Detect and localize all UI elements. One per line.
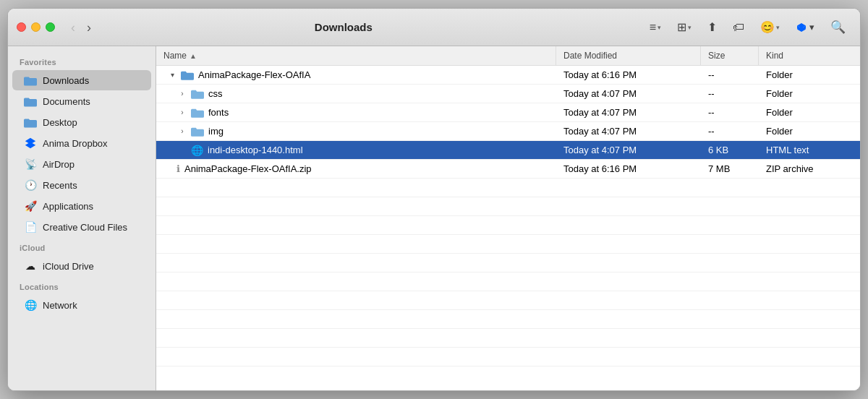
zip-file-icon: ℹ bbox=[176, 163, 180, 174]
folder-icon bbox=[24, 116, 37, 129]
sidebar-item-label: Applications bbox=[43, 201, 93, 212]
icloud-icon: ☁ bbox=[24, 259, 37, 273]
finder-window: ‹ › Downloads ≡ ▾ ⊞ ▾ ⬆ 🏷 😊 ▾ bbox=[7, 8, 861, 391]
name-column-header[interactable]: Name ▲ bbox=[156, 46, 556, 65]
grid-view-button[interactable]: ⊞ ▾ bbox=[671, 17, 697, 37]
table-row[interactable]: › css Today at 4:07 PM -- Folder bbox=[156, 85, 860, 103]
action-icon: 😊 bbox=[760, 20, 775, 34]
disclosure-icon[interactable]: › bbox=[178, 90, 187, 98]
file-date-cell: Today at 6:16 PM bbox=[556, 160, 701, 177]
file-kind-cell: Folder bbox=[759, 123, 860, 140]
file-size-cell: -- bbox=[701, 104, 759, 121]
share-button[interactable]: ⬆ bbox=[702, 17, 723, 37]
file-date-cell: Today at 4:07 PM bbox=[556, 104, 701, 121]
airdrop-icon: 📡 bbox=[24, 158, 37, 171]
folder-icon bbox=[191, 88, 204, 100]
sidebar-item-airdrop[interactable]: 📡 AirDrop bbox=[12, 154, 151, 174]
disclosure-icon[interactable]: › bbox=[178, 127, 187, 135]
file-name: fonts bbox=[208, 107, 229, 118]
empty-row bbox=[156, 348, 860, 366]
main-content: Name ▲ Date Modified Size Kind ▾ bbox=[156, 46, 860, 390]
file-list: ▾ AnimaPackage-Flex-OAfIA Today at 6:16 … bbox=[156, 66, 860, 390]
chevron-down-icon: ▾ bbox=[688, 24, 692, 31]
sidebar-item-creative-cloud[interactable]: 📄 Creative Cloud Files bbox=[12, 217, 151, 237]
file-name: AnimaPackage-Flex-OAfIA bbox=[198, 69, 310, 80]
file-name: img bbox=[208, 126, 224, 137]
table-row[interactable]: ▾ AnimaPackage-Flex-OAfIA Today at 6:16 … bbox=[156, 66, 860, 85]
file-size-cell: -- bbox=[701, 123, 759, 140]
content-area: Favorites Downloads Documents bbox=[8, 46, 860, 390]
list-view-icon: ≡ bbox=[650, 21, 656, 34]
sidebar-item-network[interactable]: 🌐 Network bbox=[12, 295, 151, 315]
dropbox-button[interactable]: ▾ bbox=[790, 19, 820, 36]
folder-icon bbox=[24, 74, 37, 87]
file-kind-cell: HTML text bbox=[759, 142, 860, 158]
file-kind-cell: ZIP archive bbox=[759, 160, 860, 177]
tag-button[interactable]: 🏷 bbox=[727, 18, 750, 37]
kind-label: Kind bbox=[766, 51, 783, 61]
sidebar: Favorites Downloads Documents bbox=[8, 46, 156, 390]
list-view-button[interactable]: ≡ ▾ bbox=[644, 18, 667, 37]
date-column-header[interactable]: Date Modified bbox=[556, 46, 701, 65]
column-headers: Name ▲ Date Modified Size Kind bbox=[156, 46, 860, 66]
file-size-cell: 7 MB bbox=[701, 160, 759, 177]
file-name-cell: › fonts bbox=[156, 104, 556, 121]
sort-arrow-icon: ▲ bbox=[190, 52, 197, 60]
file-kind-cell: Folder bbox=[759, 66, 860, 83]
tag-icon: 🏷 bbox=[733, 21, 744, 34]
sidebar-item-downloads[interactable]: Downloads bbox=[12, 70, 151, 90]
kind-column-header[interactable]: Kind bbox=[759, 46, 860, 65]
date-label: Date Modified bbox=[563, 51, 617, 61]
table-row[interactable]: › img Today at 4:07 PM -- Folder bbox=[156, 122, 860, 141]
table-row[interactable]: 🌐 indi-desktop-1440.html Today at 4:07 P… bbox=[156, 141, 860, 160]
dropbox-icon bbox=[24, 137, 37, 150]
file-size-cell: 6 KB bbox=[701, 142, 759, 158]
favorites-label: Favorites bbox=[8, 52, 156, 69]
empty-row bbox=[156, 329, 860, 348]
empty-row bbox=[156, 216, 860, 235]
creative-cloud-icon: 📄 bbox=[24, 220, 37, 233]
file-date-cell: Today at 4:07 PM bbox=[556, 123, 701, 140]
empty-row bbox=[156, 179, 860, 197]
toolbar-right: ≡ ▾ ⊞ ▾ ⬆ 🏷 😊 ▾ bbox=[644, 17, 851, 38]
sidebar-item-documents[interactable]: Documents bbox=[12, 91, 151, 111]
dropbox-icon bbox=[796, 22, 807, 33]
minimize-button[interactable] bbox=[31, 22, 41, 32]
folder-icon bbox=[191, 126, 204, 137]
file-size-cell: -- bbox=[701, 85, 759, 102]
folder-icon bbox=[181, 69, 194, 81]
recents-icon: 🕐 bbox=[24, 179, 37, 192]
svg-marker-5 bbox=[25, 142, 35, 148]
window-title: Downloads bbox=[43, 21, 644, 33]
empty-row bbox=[156, 197, 860, 216]
sidebar-item-recents[interactable]: 🕐 Recents bbox=[12, 175, 151, 195]
sidebar-item-desktop[interactable]: Desktop bbox=[12, 112, 151, 132]
titlebar: ‹ › Downloads ≡ ▾ ⊞ ▾ ⬆ 🏷 😊 ▾ bbox=[8, 9, 860, 46]
close-button[interactable] bbox=[17, 22, 26, 32]
locations-label: Locations bbox=[8, 277, 156, 294]
table-row[interactable]: › fonts Today at 4:07 PM -- Folder bbox=[156, 103, 860, 122]
sidebar-item-icloud-drive[interactable]: ☁ iCloud Drive bbox=[12, 256, 151, 276]
chevron-down-icon: ▾ bbox=[658, 24, 661, 31]
empty-row bbox=[156, 254, 860, 273]
size-column-header[interactable]: Size bbox=[701, 46, 759, 65]
sidebar-item-label: Recents bbox=[43, 180, 77, 191]
sidebar-item-label: Desktop bbox=[43, 117, 77, 128]
sidebar-item-label: Creative Cloud Files bbox=[43, 222, 127, 233]
action-button[interactable]: 😊 ▾ bbox=[754, 17, 786, 37]
grid-view-icon: ⊞ bbox=[677, 20, 686, 34]
disclosure-icon[interactable]: › bbox=[178, 108, 187, 116]
sidebar-item-applications[interactable]: 🚀 Applications bbox=[12, 196, 151, 216]
dropbox-label: ▾ bbox=[809, 22, 814, 33]
table-row[interactable]: ℹ AnimaPackage-Flex-OAfIA.zip Today at 6… bbox=[156, 160, 860, 179]
empty-row bbox=[156, 273, 860, 291]
disclosure-icon[interactable]: ▾ bbox=[168, 71, 176, 79]
sidebar-item-label: Anima Dropbox bbox=[43, 138, 108, 149]
file-name-cell: › img bbox=[156, 123, 556, 140]
search-icon: 🔍 bbox=[830, 20, 846, 35]
file-name: indi-desktop-1440.html bbox=[208, 145, 303, 155]
sidebar-item-anima-dropbox[interactable]: Anima Dropbox bbox=[12, 133, 151, 153]
sidebar-item-label: Downloads bbox=[43, 75, 89, 86]
search-button[interactable]: 🔍 bbox=[825, 17, 851, 38]
file-name-cell: ℹ AnimaPackage-Flex-OAfIA.zip bbox=[156, 160, 556, 177]
